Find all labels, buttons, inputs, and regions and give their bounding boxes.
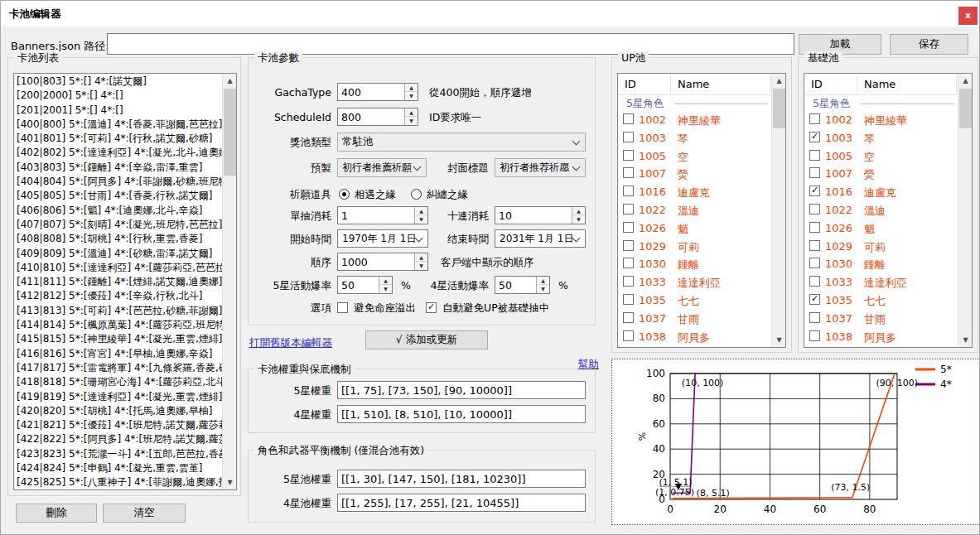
pool-weight4-input[interactable]	[337, 494, 586, 512]
pool-row-checkbox[interactable]	[623, 150, 634, 161]
rate5-spinner[interactable]: ▲▼	[337, 276, 393, 294]
cover-title-select[interactable]: 初行者推荐祈愿	[495, 158, 586, 177]
spin-down-icon[interactable]: ▼	[415, 262, 427, 270]
pool-list-item[interactable]: [200|2000] 5*:[] 4*:[]	[14, 89, 222, 103]
delete-button[interactable]: 刪除	[16, 504, 97, 523]
base-pool-scrollbar[interactable]: ▲ ▼	[958, 74, 972, 347]
pool-row-checkbox[interactable]	[623, 276, 634, 287]
schedule-id-spinner[interactable]: ▲▼	[337, 108, 418, 126]
pool-row-checkbox[interactable]	[623, 132, 634, 142]
pool-list-item[interactable]: [418|818] 5*:[珊瑚宮心海] 4*:[蘿莎莉亞,北斗,行秋]	[14, 375, 222, 389]
pool-row-checkbox[interactable]	[623, 330, 634, 341]
spin-down-icon[interactable]: ▼	[537, 285, 549, 293]
pool-list-item[interactable]: [422|822] 5*:[阿貝多] 4*:[班尼特,諾艾爾,蘿莎莉亞]	[14, 432, 222, 446]
spin-up-icon[interactable]: ▲	[405, 84, 418, 92]
scroll-thumb[interactable]	[224, 89, 236, 176]
pool-list-item[interactable]: [410|810] 5*:[達達利亞] 4*:[蘿莎莉亞,芭芭拉,菲謝爾]	[14, 261, 222, 275]
pool-row-checkbox[interactable]	[809, 167, 820, 178]
scroll-down-icon[interactable]: ▼	[772, 333, 786, 347]
pool-row-checkbox[interactable]	[809, 132, 820, 142]
scroll-thumb[interactable]	[959, 89, 972, 128]
pool-list-item[interactable]: [416|816] 5*:[宵宮] 4*:[早柚,迪奧娜,辛焱]	[14, 347, 222, 361]
pool-row-checkbox[interactable]	[809, 276, 820, 287]
pool-list-item[interactable]: [412|812] 5*:[優菈] 4*:[辛焱,行秋,北斗]	[14, 289, 222, 303]
spin-down-icon[interactable]: ▼	[415, 215, 427, 224]
spin-up-icon[interactable]: ▲	[415, 207, 427, 215]
pool-type-select[interactable]: 常駐池	[337, 133, 586, 152]
pool-row-checkbox[interactable]	[809, 222, 820, 233]
pool-list-item[interactable]: [417|817] 5*:[雷電將軍] 4*:[九條裟羅,香菱,砂糖]	[14, 361, 222, 375]
pool-list-item[interactable]: [415|815] 5*:[神里綾華] 4*:[凝光,重雲,煙緋]	[14, 332, 222, 346]
pool-list-item[interactable]: [400|800] 5*:[溫迪] 4*:[香菱,菲謝爾,芭芭拉]	[14, 118, 222, 132]
pool-list-item[interactable]: [414|814] 5*:[楓原萬葉] 4*:[蘿莎莉亞,班尼特,雷澤]	[14, 318, 222, 332]
single-cost-input[interactable]	[338, 207, 414, 224]
open-old-editor-link[interactable]: 打開舊版本編輯器	[249, 336, 332, 350]
schedule-id-input[interactable]	[338, 108, 404, 125]
help-link[interactable]: 幫助	[578, 358, 599, 372]
ten-cost-input[interactable]	[495, 207, 572, 224]
pool-list-item[interactable]: [413|813] 5*:[可莉] 4*:[芭芭拉,砂糖,菲謝爾]	[14, 304, 222, 318]
pool-row-checkbox[interactable]	[809, 186, 820, 196]
clear-button[interactable]: 清空	[103, 504, 186, 523]
gacha-type-spinner[interactable]: ▲▼	[337, 83, 418, 101]
rate5-input[interactable]	[338, 277, 379, 293]
path-input[interactable]	[107, 33, 794, 55]
pool-row-checkbox[interactable]	[809, 240, 820, 251]
pool-list-item[interactable]: [420|820] 5*:[胡桃] 4*:[托馬,迪奧娜,早柚]	[14, 404, 222, 418]
pool-list-item[interactable]: [405|805] 5*:[甘雨] 4*:[香菱,行秋,諾艾爾]	[14, 189, 222, 203]
pool-row-checkbox[interactable]	[623, 113, 634, 124]
pool-row-checkbox[interactable]	[809, 204, 820, 214]
pool-row-checkbox[interactable]	[809, 294, 820, 305]
end-time-picker[interactable]: 2031年 1月 1日	[495, 229, 586, 248]
close-button[interactable]: x	[958, 7, 978, 25]
add-or-update-button[interactable]: √ 添加或更新	[365, 330, 488, 349]
pool-row-checkbox[interactable]	[623, 258, 634, 268]
spin-up-icon[interactable]: ▲	[537, 277, 549, 285]
pool-row-checkbox[interactable]	[623, 312, 634, 323]
pool-list-item[interactable]: [411|811] 5*:[鍾離] 4*:[煙緋,諾艾爾,迪奧娜]	[14, 275, 222, 289]
order-input[interactable]	[338, 253, 414, 270]
pool-row-checkbox[interactable]	[623, 167, 634, 178]
pool-row-checkbox[interactable]	[623, 294, 634, 305]
pool-list-item[interactable]: [401|801] 5*:[可莉] 4*:[行秋,諾艾爾,砂糖]	[14, 132, 222, 146]
pool-list-item[interactable]: [100|803] 5*:[] 4*:[諾艾爾]	[14, 75, 222, 89]
pool-list-item[interactable]: [403|803] 5*:[鍾離] 4*:[辛焱,雷澤,重雲]	[14, 161, 222, 175]
scroll-down-icon[interactable]: ▼	[223, 475, 237, 489]
pool-row-checkbox[interactable]	[623, 186, 634, 196]
pool-row-checkbox[interactable]	[809, 312, 820, 323]
spin-up-icon[interactable]: ▲	[572, 207, 585, 215]
pool-list-item[interactable]: [424|824] 5*:[申鶴] 4*:[凝光,重雲,雲堇]	[14, 461, 222, 475]
up-pool-scrollbar[interactable]: ▲ ▼	[771, 74, 785, 347]
pool-row-checkbox[interactable]	[623, 204, 634, 214]
pool-row-checkbox[interactable]	[623, 240, 634, 251]
spin-down-icon[interactable]: ▼	[405, 117, 418, 125]
scroll-up-icon[interactable]: ▲	[223, 74, 237, 88]
pool-row-checkbox[interactable]	[809, 113, 820, 124]
pool-row-checkbox[interactable]	[809, 150, 820, 161]
spin-up-icon[interactable]: ▲	[415, 253, 427, 262]
save-button[interactable]: 保存	[890, 34, 968, 55]
pool-list-item[interactable]: [407|807] 5*:[刻晴] 4*:[凝光,班尼特,芭芭拉]	[14, 218, 222, 232]
preset-select[interactable]: 初行者推薦祈願	[337, 158, 427, 177]
single-cost-spinner[interactable]: ▲▼	[337, 206, 428, 224]
spin-down-icon[interactable]: ▼	[379, 285, 392, 293]
pool-row-checkbox[interactable]	[809, 330, 820, 341]
rate4-input[interactable]	[495, 277, 536, 293]
pool-row-checkbox[interactable]	[809, 258, 820, 268]
pool-list-item[interactable]: [423|823] 5*:[荒瀧一斗] 4*:[五郎,芭芭拉,香菱]	[14, 447, 222, 461]
pool-list-item[interactable]: [408|808] 5*:[胡桃] 4*:[行秋,重雲,香菱]	[14, 232, 222, 246]
scroll-thumb[interactable]	[773, 89, 785, 128]
scroll-up-icon[interactable]: ▲	[772, 74, 786, 88]
pool-list-item[interactable]: [419|819] 5*:[達達利亞] 4*:[凝光,重雲,煙緋]	[14, 390, 222, 404]
pool-row-checkbox[interactable]	[623, 222, 634, 233]
spin-down-icon[interactable]: ▼	[405, 92, 418, 100]
spin-up-icon[interactable]: ▲	[379, 277, 392, 285]
pool-list-item[interactable]: [402|802] 5*:[達達利亞] 4*:[凝光,北斗,迪奧娜]	[14, 146, 222, 160]
pool-weight5-input[interactable]	[337, 470, 586, 488]
pool-list-item[interactable]: [406|806] 5*:[魈] 4*:[迪奧娜,北斗,辛焱]	[14, 204, 222, 218]
scroll-down-icon[interactable]: ▼	[958, 333, 973, 347]
gacha-type-input[interactable]	[338, 84, 404, 100]
start-time-picker[interactable]: 1970年 1月 1日	[337, 229, 428, 248]
scroll-up-icon[interactable]: ▲	[958, 74, 973, 88]
pool-list-item[interactable]: [421|821] 5*:[優菈] 4*:[班尼特,諾艾爾,蘿莎莉亞]	[14, 418, 222, 432]
